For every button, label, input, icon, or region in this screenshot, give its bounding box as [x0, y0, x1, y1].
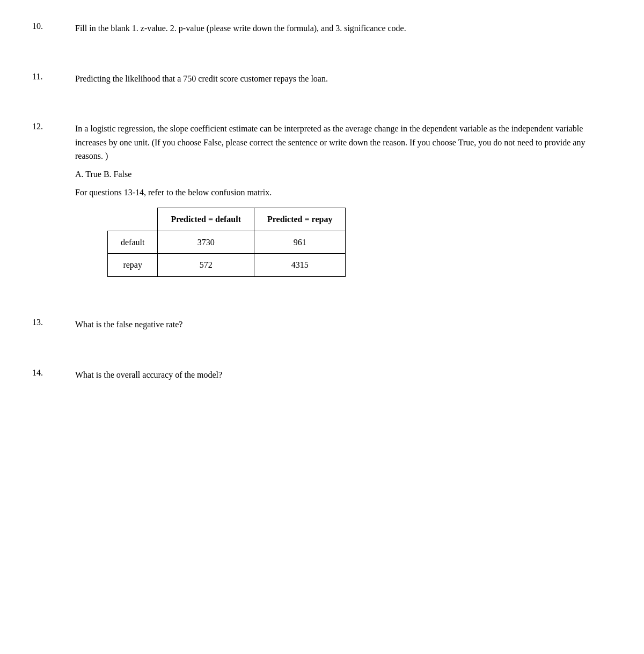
question-11: 11. Predicting the likelihood that a 750… — [32, 72, 612, 90]
question-number-11: 11. — [32, 72, 75, 90]
question-10: 10. Fill in the blank 1. z-value. 2. p-v… — [32, 21, 612, 40]
row-label-default: default — [108, 231, 158, 254]
question-number-13: 13. — [32, 318, 75, 336]
question-10-text: Fill in the blank 1. z-value. 2. p-value… — [75, 21, 612, 35]
question-12: 12. In a logistic regression, the slope … — [32, 122, 612, 285]
question-content-13: What is the false negative rate? — [75, 318, 612, 336]
question-12-text: In a logistic regression, the slope coef… — [75, 122, 612, 163]
confusion-matrix: Predicted = default Predicted = repay de… — [107, 208, 346, 277]
question-13-text: What is the false negative rate? — [75, 318, 612, 332]
confusion-matrix-container: Predicted = default Predicted = repay de… — [107, 208, 612, 277]
confusion-matrix-intro: For questions 13-14, refer to the below … — [75, 186, 612, 200]
col-header-default: Predicted = default — [158, 208, 254, 231]
col-header-repay: Predicted = repay — [254, 208, 346, 231]
question-13: 13. What is the false negative rate? — [32, 318, 612, 336]
question-number-14: 14. — [32, 368, 75, 386]
question-12-options: A. True B. False — [75, 167, 612, 181]
cell-default-repay: 961 — [254, 231, 346, 254]
table-row: repay 572 4315 — [108, 254, 346, 277]
empty-header-cell — [108, 208, 158, 231]
table-row: default 3730 961 — [108, 231, 346, 254]
row-label-repay: repay — [108, 254, 158, 277]
question-content-12: In a logistic regression, the slope coef… — [75, 122, 612, 285]
question-content-14: What is the overall accuracy of the mode… — [75, 368, 612, 386]
question-11-text: Predicting the likelihood that a 750 cre… — [75, 72, 612, 86]
cell-repay-repay: 4315 — [254, 254, 346, 277]
question-number-12: 12. — [32, 122, 75, 285]
question-14: 14. What is the overall accuracy of the … — [32, 368, 612, 386]
cell-default-default: 3730 — [158, 231, 254, 254]
question-content-11: Predicting the likelihood that a 750 cre… — [75, 72, 612, 90]
question-14-text: What is the overall accuracy of the mode… — [75, 368, 612, 382]
cell-repay-default: 572 — [158, 254, 254, 277]
question-number-10: 10. — [32, 21, 75, 40]
question-content-10: Fill in the blank 1. z-value. 2. p-value… — [75, 21, 612, 40]
